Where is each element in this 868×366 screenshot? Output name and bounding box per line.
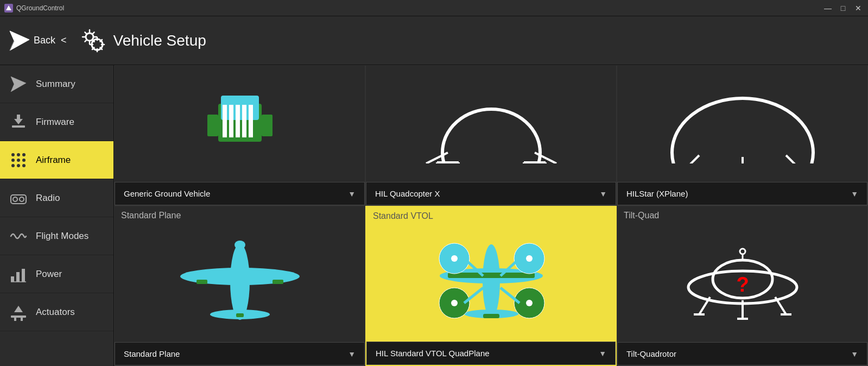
- main-layout: Summary Firmware: [0, 65, 868, 366]
- quadcopter-label: HIL Quadcopter X: [375, 189, 440, 198]
- page-title: Vehicle Setup: [113, 32, 206, 49]
- vehicle-card-ground[interactable]: Generic Ground Vehicle ▼: [114, 65, 365, 206]
- app-title: QGroundControl: [16, 4, 822, 12]
- svg-rect-23: [22, 269, 25, 282]
- svg-point-16: [17, 164, 20, 167]
- svg-rect-6: [12, 125, 25, 128]
- vehicle-card-tiltquad[interactable]: Tilt-Quad: [617, 206, 868, 366]
- close-button[interactable]: ✕: [853, 3, 864, 14]
- back-icon: [9, 30, 30, 52]
- vehicle-image-hilstar: [617, 66, 867, 174]
- app-icon: [4, 4, 13, 12]
- flight-modes-icon: [9, 226, 28, 246]
- svg-point-83: [740, 249, 745, 254]
- svg-rect-29: [21, 318, 23, 321]
- svg-rect-79: [483, 314, 499, 318]
- hilstar-arrow: ▼: [851, 190, 858, 198]
- vtol-label: HIL Standard VTOL QuadPlane: [376, 349, 490, 358]
- svg-rect-65: [448, 273, 535, 278]
- flight-modes-label: Flight Modes: [36, 231, 88, 242]
- power-label: Power: [36, 269, 62, 280]
- quadcopter-arrow: ▼: [599, 190, 607, 198]
- svg-rect-8: [17, 115, 20, 121]
- sidebar-item-flight-modes[interactable]: Flight Modes: [0, 217, 113, 255]
- svg-rect-27: [11, 315, 26, 318]
- sidebar-item-power[interactable]: Power: [0, 255, 113, 293]
- svg-point-39: [442, 109, 540, 163]
- svg-rect-61: [236, 313, 244, 317]
- radio-label: Radio: [36, 193, 60, 204]
- svg-point-11: [22, 153, 26, 156]
- svg-rect-32: [223, 105, 227, 137]
- svg-marker-5: [11, 77, 26, 92]
- svg-point-68: [451, 255, 458, 262]
- actuators-icon: [9, 302, 28, 322]
- svg-marker-26: [14, 306, 23, 312]
- maximize-button[interactable]: □: [838, 3, 848, 14]
- plane-dropdown[interactable]: Standard Plane ▼: [115, 342, 365, 365]
- tiltquad-arrow: ▼: [851, 350, 858, 358]
- vehicle-image-tiltquad: ?: [617, 225, 867, 333]
- svg-point-10: [17, 153, 20, 156]
- svg-rect-34: [236, 105, 240, 137]
- firmware-icon: [9, 112, 28, 132]
- svg-point-15: [11, 164, 15, 167]
- sidebar-item-summary[interactable]: Summary: [0, 65, 113, 103]
- svg-point-9: [11, 153, 15, 156]
- sidebar-item-actuators[interactable]: Actuators: [0, 293, 113, 331]
- tiltquad-dropdown[interactable]: Tilt-Quadrotor ▼: [617, 342, 867, 365]
- svg-point-19: [13, 197, 17, 201]
- sidebar-item-radio[interactable]: Radio: [0, 179, 113, 217]
- ground-vehicle-dropdown[interactable]: Generic Ground Vehicle ▼: [115, 182, 365, 205]
- svg-marker-1: [10, 31, 29, 51]
- quadcopter-dropdown[interactable]: HIL Quadcopter X ▼: [366, 182, 616, 205]
- sidebar-item-firmware[interactable]: Firmware: [0, 103, 113, 141]
- svg-rect-21: [11, 276, 14, 282]
- vtol-dropdown[interactable]: HIL Standard VTOL QuadPlane ▼: [366, 342, 616, 365]
- airframe-icon: [9, 150, 28, 170]
- vehicle-card-vtol[interactable]: Standard VTOL: [365, 206, 617, 366]
- title-bar: QGroundControl — □ ✕: [0, 0, 868, 16]
- sidebar: Summary Firmware: [0, 65, 114, 366]
- svg-point-74: [526, 300, 533, 306]
- hilstar-dropdown[interactable]: HILStar (XPlane) ▼: [617, 182, 867, 205]
- svg-point-70: [526, 255, 533, 262]
- svg-point-14: [22, 159, 26, 162]
- vehicle-card-plane[interactable]: Standard Plane: [114, 206, 365, 366]
- power-icon: [9, 264, 28, 284]
- svg-point-20: [20, 197, 24, 201]
- svg-rect-28: [14, 318, 16, 321]
- setup-gear-icon: [80, 27, 107, 54]
- vehicle-card-hilstar[interactable]: HILStar (XPlane) ▼: [617, 65, 868, 206]
- ground-vehicle-label: Generic Ground Vehicle: [124, 189, 210, 198]
- plane-label: Standard Plane: [124, 349, 180, 358]
- svg-rect-59: [197, 280, 207, 284]
- vehicle-image-plane: [115, 225, 365, 333]
- ground-vehicle-arrow: ▼: [348, 190, 356, 198]
- actuators-label: Actuators: [36, 307, 75, 318]
- minimize-button[interactable]: —: [822, 3, 833, 14]
- svg-rect-36: [249, 105, 253, 137]
- vehicle-card-quadcopter[interactable]: HIL Quadcopter X ▼: [365, 65, 617, 206]
- svg-point-48: [672, 98, 813, 163]
- svg-rect-33: [229, 105, 233, 137]
- back-label[interactable]: Back: [34, 35, 55, 46]
- firmware-label: Firmware: [36, 117, 74, 128]
- svg-rect-22: [16, 272, 20, 282]
- svg-point-17: [22, 164, 26, 167]
- plane-arrow: ▼: [348, 350, 356, 358]
- vehicle-image-vtol: [366, 225, 616, 334]
- svg-point-62: [235, 241, 245, 249]
- back-arrow: <: [61, 35, 67, 46]
- summary-label: Summary: [36, 79, 75, 90]
- svg-rect-60: [273, 280, 283, 284]
- vtol-category: Standard VTOL: [366, 207, 616, 225]
- sidebar-item-airframe[interactable]: Airframe: [0, 141, 113, 179]
- svg-rect-37: [207, 115, 218, 136]
- back-button[interactable]: Back <: [9, 30, 67, 52]
- vehicle-image-quadcopter: [366, 66, 616, 174]
- tiltquad-label: Tilt-Quadrotor: [626, 349, 676, 358]
- tiltquad-category: Tilt-Quad: [617, 206, 867, 225]
- svg-text:?: ?: [736, 273, 749, 296]
- svg-point-72: [451, 300, 458, 306]
